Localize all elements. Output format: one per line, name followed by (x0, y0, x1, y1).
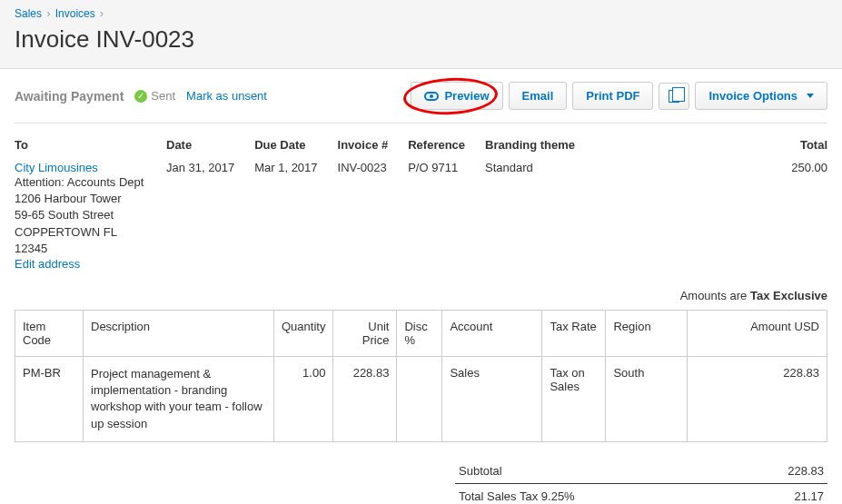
subtotal-label: Subtotal (459, 464, 502, 478)
invoice-no-label: Invoice # (338, 138, 389, 152)
cell-description: Project management & implementation - br… (84, 356, 274, 441)
status-awaiting: Awaiting Payment (15, 89, 124, 104)
totals-section: Subtotal 228.83 Total Sales Tax 9.25% 21… (455, 459, 827, 504)
cell-account: Sales (442, 356, 542, 441)
edit-address-link[interactable]: Edit address (15, 257, 80, 271)
tax-label: Total Sales Tax 9.25% (459, 489, 575, 503)
page-title: Invoice INV-0023 (15, 25, 827, 54)
chevron-right-icon: › (100, 7, 104, 20)
cell-quantity: 1.00 (274, 356, 333, 441)
due-date-label: Due Date (254, 138, 317, 152)
due-date-value: Mar 1, 2017 (254, 161, 317, 174)
reference-value: P/O 9711 (408, 161, 465, 174)
preview-button[interactable]: Preview (411, 82, 502, 110)
chevron-down-icon (807, 94, 814, 98)
print-pdf-button[interactable]: Print PDF (572, 82, 653, 110)
cell-tax-rate: Tax on Sales (542, 356, 606, 441)
branding-label: Branding theme (485, 138, 575, 152)
to-label: To (15, 138, 146, 152)
customer-link[interactable]: City Limousines (15, 161, 98, 174)
th-account: Account (442, 310, 542, 356)
breadcrumb: Sales › Invoices › (15, 7, 827, 20)
email-button[interactable]: Email (509, 82, 568, 110)
status-bar: Awaiting Payment ✓ Sent Mark as unsent P… (15, 69, 827, 123)
breadcrumb-invoices-link[interactable]: Invoices (55, 7, 95, 20)
mark-unsent-link[interactable]: Mark as unsent (186, 89, 267, 103)
breadcrumb-sales-link[interactable]: Sales (15, 7, 42, 20)
chevron-right-icon: › (46, 7, 50, 20)
cell-disc (397, 356, 442, 441)
cell-region: South (606, 356, 688, 441)
total-value: 250.00 (791, 161, 827, 174)
invoice-no-value: INV-0023 (338, 161, 389, 174)
table-row: PM-BR Project management & implementatio… (15, 356, 827, 441)
line-items-table: Item Code Description Quantity Unit Pric… (15, 310, 827, 442)
files-icon (669, 90, 679, 103)
amounts-are-label: Amounts are Tax Exclusive (15, 289, 827, 302)
invoice-info: To City Limousines Attention: Accounts D… (15, 138, 827, 271)
reference-label: Reference (408, 138, 465, 152)
address-line-3: COPPERTOWN FL 12345 (15, 224, 146, 257)
date-value: Jan 31, 2017 (166, 161, 234, 174)
address-line-2: 59-65 South Street (15, 207, 146, 223)
invoice-options-button[interactable]: Invoice Options (695, 82, 827, 110)
sent-label: Sent (151, 89, 175, 103)
th-unit-price: Unit Price (333, 310, 397, 356)
tax-value: 21.17 (794, 489, 824, 503)
cell-amount: 228.83 (688, 356, 827, 441)
cell-unit-price: 228.83 (333, 356, 397, 441)
page-header: Sales › Invoices › Invoice INV-0023 (0, 0, 842, 69)
check-icon: ✓ (134, 90, 147, 103)
th-disc: Disc % (397, 310, 442, 356)
th-item-code: Item Code (15, 310, 84, 356)
th-tax-rate: Tax Rate (542, 310, 606, 356)
th-amount: Amount USD (688, 310, 827, 356)
address-attention: Attention: Accounts Dept (15, 174, 146, 191)
files-button[interactable] (659, 83, 689, 110)
invoice-options-label: Invoice Options (708, 89, 797, 103)
th-quantity: Quantity (274, 310, 333, 356)
branding-value: Standard (485, 161, 575, 174)
date-label: Date (166, 138, 234, 152)
preview-label: Preview (444, 89, 489, 103)
eye-icon (424, 92, 439, 101)
subtotal-value: 228.83 (788, 464, 824, 478)
cell-item-code: PM-BR (15, 356, 84, 441)
status-badge: ✓ Sent (134, 89, 175, 103)
th-region: Region (606, 310, 688, 356)
address-line-1: 1206 Harbour Tower (15, 191, 146, 207)
th-description: Description (84, 310, 274, 356)
divider (15, 123, 827, 124)
total-label: Total (791, 138, 827, 152)
